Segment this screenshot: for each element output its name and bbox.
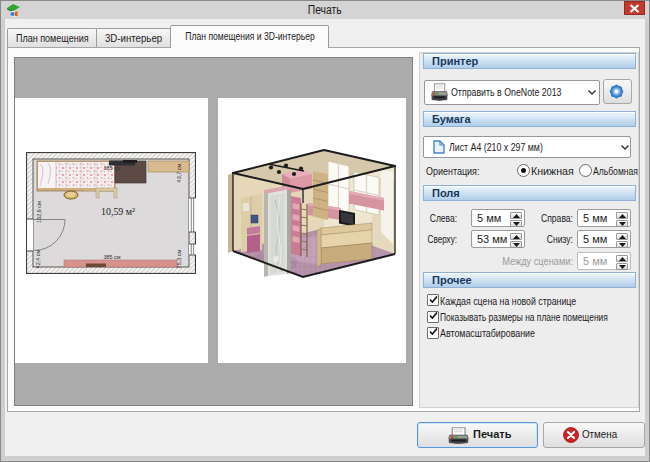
- svg-text:75,3 см: 75,3 см: [176, 249, 182, 268]
- svg-text:152,6 см: 152,6 см: [36, 201, 42, 223]
- svg-text:385 см: 385 см: [103, 165, 120, 171]
- svg-text:385 см: 385 см: [103, 254, 120, 260]
- svg-text:43,7 см: 43,7 см: [176, 163, 182, 182]
- svg-text:10,59 м²: 10,59 м²: [101, 206, 135, 217]
- svg-text:42,4 см: 42,4 см: [35, 249, 41, 268]
